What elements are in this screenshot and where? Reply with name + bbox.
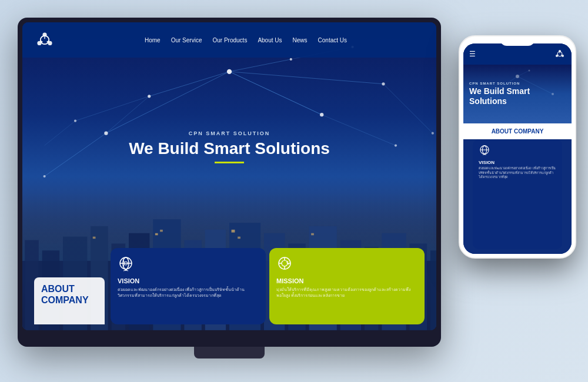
hero-underline bbox=[215, 162, 244, 163]
svg-point-53 bbox=[42, 32, 46, 36]
nav-contact[interactable]: Contact Us bbox=[318, 37, 347, 43]
mobile-website: ☰ bbox=[463, 43, 572, 254]
hero-title: We Build Smart Solutions bbox=[129, 140, 330, 158]
cards-row: VISION ต่อยอดและพัฒนาองค์กรอย่างต่อเนื่อ… bbox=[111, 248, 425, 324]
svg-point-65 bbox=[282, 260, 288, 266]
vision-title: VISION bbox=[118, 277, 259, 284]
mission-title: MISSION bbox=[276, 277, 417, 284]
mobile-nav: ☰ bbox=[463, 43, 572, 65]
mobile-hamburger-icon[interactable]: ☰ bbox=[469, 50, 476, 58]
mission-text: มุ่งมั่นให้บริการที่มีคุณภาพสูงตามความต้… bbox=[276, 287, 417, 299]
desktop-stand bbox=[194, 347, 265, 358]
svg-line-73 bbox=[482, 76, 517, 100]
svg-line-74 bbox=[517, 76, 553, 94]
svg-point-69 bbox=[562, 55, 564, 57]
about-company-label: ABOUTCOMPANY bbox=[34, 277, 105, 324]
desktop-screen: Home Our Service Our Products About Us N… bbox=[22, 22, 436, 330]
nav-products[interactable]: Our Products bbox=[212, 37, 247, 43]
vision-text: ต่อยอดและพัฒนาองค์กรอย่างต่อเนื่อง เพื่อ… bbox=[118, 287, 259, 299]
mobile-hero: CPN SMART SOLUTION We Build Smart Soluti… bbox=[463, 65, 572, 123]
mobile-bottom: VISION ต่อยอดและพัฒนาองค์กรอย่างต่อเนื่อ… bbox=[463, 139, 572, 254]
svg-point-79 bbox=[529, 70, 530, 72]
svg-point-54 bbox=[37, 41, 41, 45]
mobile-screen: ☰ bbox=[463, 43, 572, 254]
mobile-about-section: ABOUT COMPANY bbox=[463, 123, 572, 139]
website-desktop: Home Our Service Our Products About Us N… bbox=[22, 22, 436, 330]
vision-card: VISION ต่อยอดและพัฒนาองค์กรอย่างต่อเนื่อ… bbox=[111, 248, 266, 324]
nav-logo bbox=[34, 29, 55, 51]
mission-icon bbox=[276, 255, 417, 275]
svg-point-67 bbox=[559, 50, 561, 52]
nav-links: Home Our Service Our Products About Us N… bbox=[145, 37, 347, 43]
nav-news[interactable]: News bbox=[293, 37, 308, 43]
mobile-network-svg bbox=[463, 65, 572, 123]
nav-service[interactable]: Our Service bbox=[171, 37, 202, 43]
mobile-logo bbox=[554, 48, 566, 60]
svg-point-76 bbox=[516, 75, 519, 78]
svg-point-77 bbox=[481, 99, 483, 101]
hero-subtitle: CPN SMART SOLUTION bbox=[189, 130, 270, 136]
svg-point-68 bbox=[556, 55, 558, 57]
nav-about[interactable]: About Us bbox=[258, 37, 282, 43]
mobile-notch bbox=[500, 36, 535, 46]
mobile-frame: ☰ bbox=[459, 35, 576, 259]
desktop-mockup: Home Our Service Our Products About Us N… bbox=[18, 18, 441, 347]
desktop-hero: CPN SMART SOLUTION We Build Smart Soluti… bbox=[22, 58, 436, 248]
svg-line-75 bbox=[517, 71, 529, 76]
mobile-vision-text: ต่อยอดและพัฒนาองค์กรอย่างต่อเนื่อง เพื่อ… bbox=[479, 166, 556, 180]
vision-icon bbox=[118, 255, 259, 275]
mobile-vision-title: VISION bbox=[479, 160, 556, 165]
nav-home[interactable]: Home bbox=[145, 37, 161, 43]
mission-card: MISSION มุ่งมั่นให้บริการที่มีคุณภาพสูงต… bbox=[269, 248, 425, 324]
desktop-nav: Home Our Service Our Products About Us N… bbox=[22, 22, 436, 58]
desktop-frame: Home Our Service Our Products About Us N… bbox=[18, 18, 441, 347]
mobile-vision-icon bbox=[479, 144, 556, 158]
mobile-mockup: ☰ bbox=[459, 35, 576, 259]
mobile-about-label: ABOUT COMPANY bbox=[469, 128, 566, 135]
desktop-bottom-section: ABOUTCOMPANY bbox=[22, 248, 436, 330]
svg-point-55 bbox=[48, 41, 52, 45]
svg-point-78 bbox=[552, 93, 554, 95]
mobile-vision-card: VISION ต่อยอดและพัฒนาองค์กรอย่างต่อเนื่อ… bbox=[473, 139, 562, 249]
scene: Home Our Service Our Products About Us N… bbox=[0, 0, 588, 382]
